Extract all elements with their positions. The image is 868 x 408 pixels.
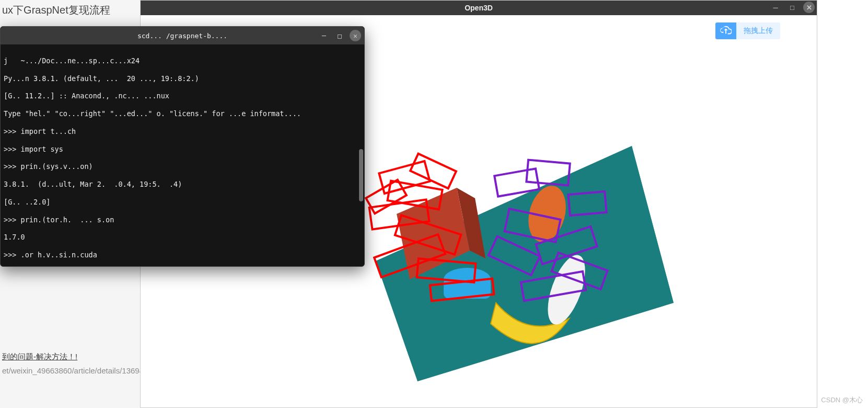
term-line: >>> .or h.v..si.n.cuda xyxy=(4,251,360,259)
upload-label: 拖拽上传 xyxy=(736,22,780,39)
open3d-titlebar[interactable]: Open3D ─ □ ✕ xyxy=(141,1,817,15)
upload-widget[interactable]: 拖拽上传 xyxy=(715,22,780,39)
terminal-maximize-button[interactable]: □ xyxy=(334,30,345,41)
blog-title: ux下GraspNet复现流程 xyxy=(2,3,139,17)
pointcloud-scene-icon xyxy=(339,125,684,387)
blog-url-fragment: et/weixin_49663860/article/details/13694 xyxy=(2,366,139,375)
term-line: Py...n 3.8.1. (default, ... 20 ..., 19:.… xyxy=(4,74,360,83)
terminal-titlebar[interactable]: scd... /graspnet-b.... ─ □ ✕ xyxy=(1,27,364,44)
term-line: 1.7.0 xyxy=(4,233,360,242)
terminal-close-button[interactable]: ✕ xyxy=(350,30,361,41)
maximize-button[interactable]: □ xyxy=(786,2,798,13)
svg-rect-16 xyxy=(366,180,407,213)
term-line: [G.. ..2.0] xyxy=(4,198,360,207)
terminal-window-controls: ─ □ ✕ xyxy=(318,30,361,41)
term-line: [G.. 11.2..] :: Anacond., .nc... ...nux xyxy=(4,92,360,100)
terminal-output[interactable]: j ~.../Doc...ne...sp...c...x24 Py...n 3.… xyxy=(1,44,364,266)
term-line: >>> prin.(tor.h. ... s.on xyxy=(4,216,360,224)
blog-link[interactable]: 到的问题-解决方法！! xyxy=(2,352,139,362)
minimize-button[interactable]: ─ xyxy=(770,2,781,13)
term-line: >>> import sys xyxy=(4,145,360,154)
term-line: j ~.../Doc...ne...sp...c...x24 xyxy=(4,56,360,65)
close-button[interactable]: ✕ xyxy=(803,2,815,13)
term-line: 3.8.1. (d...ult, Mar 2. .0.4, 19:5. .4) xyxy=(4,180,360,189)
open3d-title: Open3D xyxy=(465,4,493,12)
cloud-upload-icon xyxy=(715,22,736,39)
watermark: CSDN @木心 xyxy=(821,395,863,405)
svg-rect-13 xyxy=(410,154,456,188)
terminal-scrollbar[interactable] xyxy=(359,149,363,201)
terminal-window: scd... /graspnet-b.... ─ □ ✕ j ~.../Doc.… xyxy=(0,26,365,267)
terminal-title: scd... /graspnet-b.... xyxy=(137,32,227,40)
open3d-window-controls: ─ □ ✕ xyxy=(770,2,815,13)
term-line: Type "hel." "co...right" "...ed..." o. "… xyxy=(4,109,360,118)
term-line: >>> import t...ch xyxy=(4,127,360,136)
term-line: >>> prin.(sys.v...on) xyxy=(4,162,360,171)
terminal-minimize-button[interactable]: ─ xyxy=(318,30,330,41)
